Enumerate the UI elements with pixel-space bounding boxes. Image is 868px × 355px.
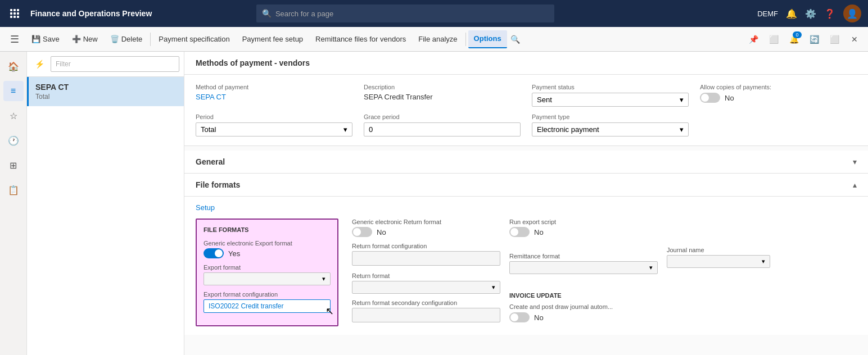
- invoice-update-section: INVOICE UPDATE Create and post draw jour…: [509, 285, 658, 322]
- file-formats-grid: FILE FORMATS Generic electronic Export f…: [196, 219, 857, 328]
- setup-link[interactable]: Setup: [196, 203, 215, 212]
- export-toggle-row: Yes: [204, 248, 331, 258]
- grid-icon: [10, 9, 19, 18]
- top-nav-right: DEMF 🔔 ⚙️ ❓ 👤: [757, 4, 861, 22]
- search-bar: 🔍: [256, 4, 554, 22]
- export-format-config-wrap: ↖: [204, 299, 331, 313]
- recent-icon[interactable]: 🕐: [3, 130, 24, 151]
- report-icon[interactable]: 📋: [3, 180, 24, 200]
- delete-button[interactable]: 🗑️ Delete: [105, 30, 148, 48]
- settings-icon[interactable]: ⚙️: [805, 8, 816, 19]
- refresh-icon[interactable]: 🔄: [805, 30, 823, 48]
- export-format-field: Export format ▾: [204, 264, 331, 285]
- return-format-chevron-icon: ▾: [492, 284, 495, 291]
- avatar[interactable]: 👤: [843, 4, 861, 22]
- export-format-config-input[interactable]: [204, 299, 331, 313]
- filter-button[interactable]: ⚡: [31, 56, 47, 72]
- run-export-toggle-row: No: [509, 227, 658, 237]
- close-icon[interactable]: ✕: [846, 30, 864, 48]
- export-format-config-field: Export format configuration ↖: [204, 291, 331, 313]
- generic-export-field: Generic electronic Export format Yes: [204, 240, 331, 258]
- period-select[interactable]: Total ▾: [196, 122, 352, 136]
- notification-icon[interactable]: 🔔: [786, 8, 797, 19]
- description-field: Description SEPA Credit Transfer: [364, 84, 521, 107]
- file-analyze-button[interactable]: File analyze: [413, 30, 463, 48]
- remittance-format-field: Remittance format ▾: [509, 253, 658, 274]
- save-button[interactable]: 💾 Save: [26, 30, 65, 48]
- return-toggle-row: No: [352, 227, 500, 237]
- ff-col-return: Generic electronic Return format No Retu…: [347, 219, 505, 328]
- payment-status-select[interactable]: Sent ▾: [532, 93, 689, 107]
- hamburger-menu-icon[interactable]: ☰: [4, 29, 25, 49]
- journal-name-chevron-icon: ▾: [762, 258, 765, 265]
- general-section-header[interactable]: General ▾: [184, 151, 868, 174]
- star-icon[interactable]: ☆: [3, 106, 24, 126]
- chevron-down-icon: ▾: [343, 125, 347, 134]
- detail-fields: Method of payment SEPA CT Description SE…: [184, 75, 868, 146]
- chevron-down-icon: ▾: [680, 95, 684, 104]
- grid-view-icon[interactable]: ⊞: [3, 155, 24, 175]
- badge-button[interactable]: 🔔 0: [785, 30, 803, 48]
- help-icon[interactable]: ❓: [824, 8, 835, 19]
- remittance-format-chevron-icon: ▾: [649, 264, 653, 271]
- user-code: DEMF: [757, 10, 778, 18]
- journal-name-field: Journal name ▾: [667, 247, 770, 268]
- top-nav: Finance and Operations Preview 🔍 DEMF 🔔 …: [0, 0, 868, 27]
- ff-col-journal: Journal name ▾: [662, 219, 775, 274]
- payment-fee-button[interactable]: Payment fee setup: [237, 30, 309, 48]
- list-item-title: SEPA CT: [35, 83, 177, 92]
- pin-icon[interactable]: 📌: [744, 30, 762, 48]
- create-post-toggle-row: No: [509, 312, 658, 322]
- action-bar-right: 📌 ⬜ 🔔 0 🔄 ⬜ ✕: [744, 30, 864, 48]
- new-button[interactable]: ➕ New: [66, 30, 103, 48]
- export-format-chevron-icon: ▾: [322, 275, 326, 283]
- ff-highlighted-box: FILE FORMATS Generic electronic Export f…: [196, 219, 338, 326]
- grace-period-input[interactable]: [364, 122, 521, 136]
- separator-2: [465, 33, 466, 46]
- generic-export-toggle[interactable]: [204, 248, 224, 258]
- placeholder-field: [700, 113, 857, 136]
- return-format-field: Return format ▾: [352, 272, 500, 294]
- return-format-sec-field: Return format secondary configuration: [352, 299, 500, 322]
- allow-copies-toggle-group: No: [700, 93, 857, 103]
- delete-icon: 🗑️: [110, 35, 119, 43]
- action-bar: ☰ 💾 Save ➕ New 🗑️ Delete Payment specifi…: [0, 27, 868, 52]
- app-title: Finance and Operations Preview: [30, 9, 152, 18]
- general-chevron-icon: ▾: [853, 157, 857, 166]
- search-icon: 🔍: [262, 9, 272, 18]
- file-formats-section-header[interactable]: File formats ▴: [184, 174, 868, 197]
- app-grid-button[interactable]: [7, 6, 22, 21]
- run-export-field: Run export script No: [509, 219, 658, 237]
- options-search-icon[interactable]: 🔍: [510, 35, 520, 44]
- options-button[interactable]: Options: [468, 30, 507, 48]
- allow-copies-toggle[interactable]: [700, 93, 720, 103]
- payment-type-select[interactable]: Electronic payment ▾: [532, 122, 689, 136]
- create-post-toggle[interactable]: [509, 312, 530, 322]
- ff-col-remittance: Run export script No Remittance format: [505, 219, 662, 328]
- list-lines-icon[interactable]: ≡: [3, 81, 24, 101]
- expand-icon[interactable]: ⬜: [825, 30, 843, 48]
- filter-input[interactable]: [51, 56, 179, 72]
- remittance-button[interactable]: Remittance files for vendors: [310, 30, 412, 48]
- list-item[interactable]: SEPA CT Total: [27, 77, 184, 106]
- file-formats-body: Setup FILE FORMATS Generic electronic Ex…: [184, 197, 868, 335]
- list-toolbar: ⚡: [27, 52, 184, 77]
- payment-spec-button[interactable]: Payment specification: [153, 30, 235, 48]
- run-export-toggle[interactable]: [509, 227, 530, 237]
- detail-panel: Methods of payment - vendors Method of p…: [184, 52, 868, 355]
- separator-1: [150, 33, 151, 46]
- search-input[interactable]: [256, 4, 554, 22]
- new-icon: ➕: [72, 35, 81, 43]
- main-layout: 🏠 ≡ ☆ 🕐 ⊞ 📋 ⚡ SEPA CT Total Methods of p…: [0, 52, 868, 355]
- method-of-payment-field: Method of payment SEPA CT: [196, 84, 352, 107]
- detail-header: Methods of payment - vendors: [184, 52, 868, 75]
- payment-type-field: Payment type Electronic payment ▾: [532, 113, 689, 136]
- generic-return-toggle[interactable]: [352, 227, 372, 237]
- file-formats-chevron-icon: ▴: [853, 180, 857, 189]
- payment-status-field: Payment status Sent ▾: [532, 84, 689, 107]
- grace-period-field: Grace period: [364, 113, 521, 136]
- allow-copies-field: Allow copies of payments: No: [700, 84, 857, 107]
- home-icon[interactable]: 🏠: [3, 56, 24, 76]
- chevron-down-icon: ▾: [680, 125, 684, 134]
- panels-icon[interactable]: ⬜: [765, 30, 783, 48]
